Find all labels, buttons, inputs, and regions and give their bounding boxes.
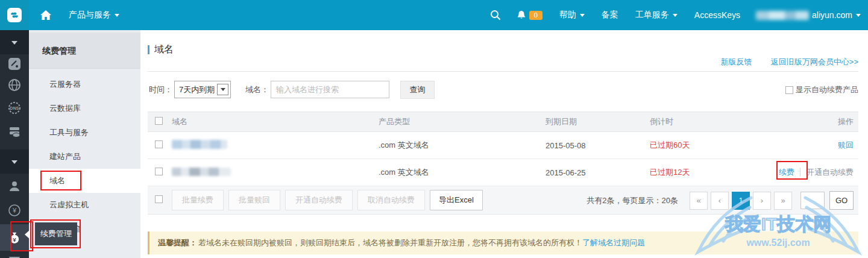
title-divider (148, 71, 858, 72)
domain-table: 域名 产品类型 到期日期 倒计时 操作 .com 英文域名 2015-05-08… (148, 112, 858, 215)
sidebar-item-rds[interactable]: 云数据库 (29, 96, 140, 121)
rail-collapse-button[interactable] (0, 154, 29, 170)
page-1-button[interactable]: 1 (732, 192, 750, 210)
aliyun-logo[interactable] (0, 0, 29, 30)
query-button[interactable]: 查询 (400, 81, 435, 99)
svg-text:¥: ¥ (12, 207, 17, 214)
select-all-checkbox[interactable] (155, 117, 163, 125)
home-icon (40, 10, 52, 20)
page-title: 域名 (148, 43, 174, 56)
sidebar-header: 续费管理 (29, 33, 140, 69)
sidebar-item-domain[interactable]: 域名 (29, 169, 140, 193)
next-page-button[interactable]: › (753, 192, 771, 210)
batch-redeem-button[interactable]: 批量赎回 (228, 190, 280, 210)
svg-text:DNS: DNS (10, 106, 19, 110)
yuan-circle-icon: ¥ (8, 204, 21, 217)
last-page-button[interactable]: » (774, 192, 792, 210)
header-countdown: 倒计时 (650, 116, 770, 127)
money-bag-icon: ¥ (7, 231, 22, 245)
masked-account-email (756, 11, 809, 20)
chevron-down-icon (11, 41, 17, 45)
ecs-icon (8, 57, 21, 71)
sidebar-item-ecs[interactable]: 云服务器 (29, 72, 140, 96)
header-domain: 域名 (172, 116, 379, 127)
table-row: .com 英文域名 2015-05-08 已过期60天 赎回 (148, 132, 858, 159)
expire-date-cell: 2015-06-25 (546, 168, 650, 177)
go-button[interactable]: GO (829, 191, 854, 210)
first-page-button[interactable]: « (690, 192, 708, 210)
rail-item-dns[interactable]: DNS (0, 100, 29, 116)
beian-link[interactable]: 备案 (602, 10, 618, 20)
chevron-down-icon (856, 14, 861, 17)
notice-text: 若域名未在赎回期内被赎回，则赎回期结束后，域名将被删除并重新开放注册，您将不再拥… (198, 238, 582, 248)
globe-icon (8, 78, 21, 92)
table-row: .com 英文域名 2015-06-25 已过期12天 续费开通自动续费 (148, 159, 858, 186)
old-version-link[interactable]: 返回旧版万网会员中心>> (771, 57, 858, 66)
masked-domain (172, 140, 227, 149)
time-filter-select[interactable]: 7天内到期 (174, 81, 231, 98)
rail-item-billing[interactable]: ¥ (0, 203, 29, 218)
chevron-down-icon (11, 160, 17, 164)
row-checkbox[interactable] (155, 168, 163, 175)
search-button[interactable] (490, 10, 501, 20)
products-services-menu[interactable]: 产品与服务 (69, 10, 119, 20)
page-jump-input[interactable] (800, 192, 825, 209)
auto-renew-checkbox[interactable] (785, 86, 793, 94)
page-title-text: 域名 (154, 43, 174, 56)
beian-label: 备案 (602, 10, 618, 20)
header-actions: 操作 (770, 116, 858, 127)
select-all-checkbox[interactable] (155, 195, 163, 203)
rail-collapse-button[interactable] (0, 35, 29, 51)
rail-item-network[interactable] (0, 77, 29, 93)
product-type-cell: .com 英文域名 (379, 167, 546, 178)
account-menu[interactable]: aliyun.com (756, 10, 861, 20)
auto-renew-checkbox-label: 显示自动续费产品 (796, 84, 858, 95)
sidebar-item-site-products[interactable]: 建站产品 (29, 145, 140, 169)
tooltip-arrow (25, 230, 30, 239)
table-toolbar: 批量续费 批量赎回 开通自动续费 取消自动续费 导出Excel 共有2条，每页显… (148, 186, 858, 215)
enable-auto-renew-link[interactable]: 开通自动续费 (800, 168, 854, 177)
prev-page-button[interactable]: ‹ (711, 192, 729, 210)
header-expire-date: 到期日期 (546, 116, 650, 127)
renew-link[interactable]: 续费 (779, 168, 794, 177)
warning-notice: 温馨提醒： 若域名未在赎回期内被赎回，则赎回期结束后，域名将被删除并重新开放注册… (148, 231, 858, 254)
rail-item-messages[interactable] (0, 253, 29, 258)
feedback-link[interactable]: 新版反馈 (720, 57, 752, 66)
rail-item-servers[interactable] (0, 124, 29, 140)
servers-icon (8, 125, 21, 139)
sidebar-item-hosting[interactable]: 云虚拟主机 (29, 193, 140, 217)
renewal-tooltip: 续费管理 (35, 222, 77, 245)
accesskeys-link[interactable]: AccessKeys (694, 10, 740, 20)
top-navbar: 产品与服务 0 帮助 备 (0, 0, 868, 30)
chevron-down-icon (221, 88, 225, 91)
notice-bold-prefix: 温馨提醒： (158, 238, 197, 248)
notifications-button[interactable]: 0 (517, 10, 542, 20)
help-label: 帮助 (559, 10, 576, 20)
sidebar-item-tools[interactable]: 工具与服务 (29, 121, 140, 145)
home-button[interactable] (40, 10, 52, 20)
aliyun-cloud-logo-icon (7, 7, 22, 23)
batch-renew-button[interactable]: 批量续费 (172, 190, 224, 210)
products-services-label: 产品与服务 (69, 10, 111, 20)
countdown-cell: 已过期60天 (650, 140, 770, 151)
help-menu[interactable]: 帮助 (559, 10, 585, 20)
expire-date-cell: 2015-05-08 (546, 141, 650, 150)
domain-search-input[interactable] (271, 81, 389, 98)
cancel-auto-renew-button[interactable]: 取消自动续费 (357, 190, 425, 210)
svg-text:¥: ¥ (13, 236, 16, 243)
chevron-down-icon (673, 14, 678, 17)
select-caret-box (217, 84, 228, 95)
export-excel-button[interactable]: 导出Excel (430, 190, 483, 210)
accesskeys-label: AccessKeys (694, 10, 740, 20)
dns-icon: DNS (8, 101, 21, 115)
rail-item-ecs[interactable] (0, 56, 29, 72)
redeem-link[interactable]: 赎回 (838, 140, 854, 149)
rail-item-account[interactable] (0, 178, 29, 194)
auto-renew-filter[interactable]: 显示自动续费产品 (785, 81, 858, 99)
ticket-service-menu[interactable]: 工单服务 (635, 10, 678, 20)
top-links: 新版反馈 返回旧版万网会员中心>> (703, 57, 858, 68)
expire-help-link[interactable]: 了解域名过期问题 (582, 238, 645, 248)
enable-auto-renew-button[interactable]: 开通自动续费 (285, 190, 353, 210)
pagination: 共有2条，每页显示：20条 « ‹ 1 › » GO (587, 186, 854, 215)
row-checkbox[interactable] (155, 140, 163, 148)
